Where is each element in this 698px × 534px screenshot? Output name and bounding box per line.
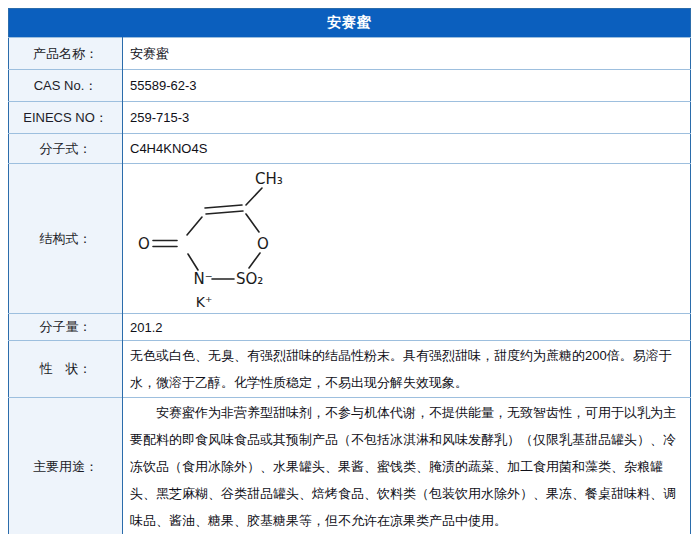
row-label-molecular-weight: 分子量： <box>9 314 123 341</box>
table-row-einecs: EINECS NO： 259-715-3 <box>9 102 691 134</box>
row-label-cas: CAS No.： <box>9 70 123 102</box>
row-value-structure: O CH₃ O SO₂ N⁻ K⁺ <box>123 164 691 314</box>
table-row-structure: 结构式： <box>9 164 691 314</box>
row-label-product-name: 产品名称： <box>9 38 123 70</box>
table-row-properties: 性 状： 无色或白色、无臭、有强烈甜味的结晶性粉末。具有强烈甜味，甜度约为蔗糖的… <box>9 341 691 398</box>
bond-b-methyl <box>246 188 262 205</box>
bond-n-c <box>188 254 198 270</box>
atom-sulfonyl-group: SO₂ <box>236 270 263 288</box>
row-value-product-name: 安赛蜜 <box>123 38 691 70</box>
page: 安赛蜜 产品名称： 安赛蜜 CAS No.： 55589-62-3 EINECS… <box>0 0 698 534</box>
row-value-molecular-weight: 201.2 <box>123 314 691 341</box>
bond-cc-2 <box>206 211 243 214</box>
row-label-structure: 结构式： <box>9 164 123 314</box>
table-row-cas: CAS No.： 55589-62-3 <box>9 70 691 102</box>
chemical-structure-diagram: O CH₃ O SO₂ N⁻ K⁺ <box>132 169 312 311</box>
atom-potassium-ion: K⁺ <box>196 294 213 310</box>
table-row-product-name: 产品名称： 安赛蜜 <box>9 38 691 70</box>
bond-b-o <box>246 214 259 232</box>
row-value-einecs: 259-715-3 <box>123 102 691 134</box>
bond-o-s <box>249 253 260 268</box>
row-label-properties: 性 状： <box>9 341 123 398</box>
atom-methyl-group: CH₃ <box>255 170 283 188</box>
atom-ring-oxygen: O <box>257 235 269 253</box>
row-value-cas: 55589-62-3 <box>123 70 691 102</box>
table-row-main-uses: 主要用途： 安赛蜜作为非营养型甜味剂，不参与机体代谢，不提供能量，无致智齿性，可… <box>9 398 691 534</box>
bond-c-a <box>187 217 202 235</box>
atom-nitrogen: N⁻ <box>193 270 212 288</box>
row-value-formula: C4H4KNO4S <box>123 134 691 164</box>
table-title: 安赛蜜 <box>9 9 691 38</box>
bond-cc-1 <box>205 205 242 208</box>
row-label-einecs: EINECS NO： <box>9 102 123 134</box>
table-row-molecular-weight: 分子量： 201.2 <box>9 314 691 341</box>
table-row-formula: 分子式： C4H4KNO4S <box>9 134 691 164</box>
row-label-main-uses: 主要用途： <box>9 398 123 534</box>
table-header-row: 安赛蜜 <box>9 9 691 38</box>
product-spec-table: 安赛蜜 产品名称： 安赛蜜 CAS No.： 55589-62-3 EINECS… <box>8 8 691 534</box>
row-value-main-uses: 安赛蜜作为非营养型甜味剂，不参与机体代谢，不提供能量，无致智齿性，可用于以乳为主… <box>123 398 691 534</box>
row-value-properties: 无色或白色、无臭、有强烈甜味的结晶性粉末。具有强烈甜味，甜度约为蔗糖的200倍。… <box>123 341 691 398</box>
atom-carbonyl-oxygen: O <box>138 235 150 253</box>
row-label-formula: 分子式： <box>9 134 123 164</box>
